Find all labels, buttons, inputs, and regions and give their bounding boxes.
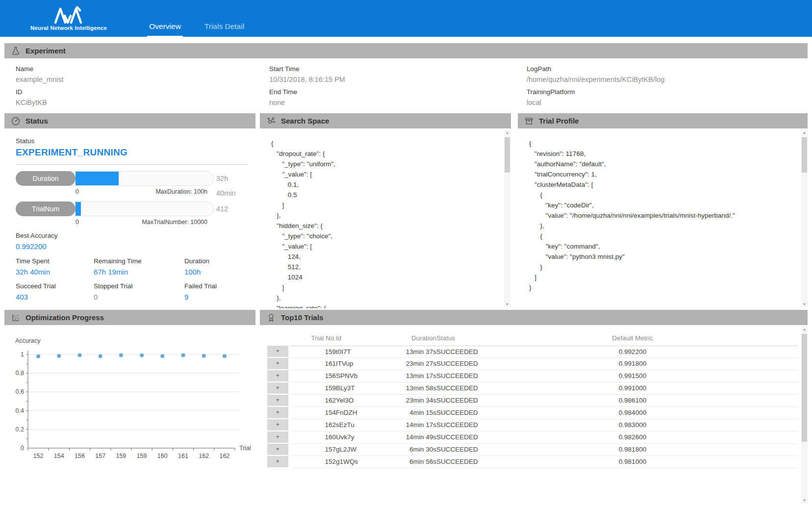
row-filler (731, 346, 798, 357)
trial-profile-scrollbar[interactable]: ▲ ▼ (801, 129, 808, 307)
x-tick-label: 154 (54, 453, 64, 459)
expand-row-button[interactable]: + (267, 370, 289, 382)
tab-trials-detail[interactable]: Trials Detail (203, 22, 246, 37)
field-label: End Time (269, 88, 527, 96)
scroll-up-arrow[interactable]: ▲ (801, 129, 808, 136)
cell-status: SUCCEEDED (436, 357, 534, 370)
scatter-point[interactable] (223, 354, 227, 358)
table-row: +154FnDZH4min 15sSUCCEEDED0.984000 (267, 406, 798, 419)
section-title: Status (25, 117, 48, 125)
accuracy-scatter-chart: 00.20.40.60.8115215415615715915916016116… (4, 335, 255, 482)
scroll-down-arrow[interactable]: ▼ (801, 497, 808, 504)
scroll-thumb[interactable] (802, 334, 807, 442)
field-value: 10/31/2018, 8:16:15 PM (269, 76, 527, 83)
experiment-status-value: EXPERIMENT_RUNNING (16, 147, 248, 158)
progress-value: 32h 40min (216, 171, 248, 201)
scatter-point[interactable] (99, 354, 102, 358)
status-stat: Time Spent32h 40min (16, 257, 94, 276)
cell-duration: 13min 17s (392, 370, 436, 382)
table-row: +161ITVup23min 27sSUCCEEDED0.991800 (267, 357, 798, 370)
section-title: Trial Profile (539, 117, 579, 125)
field-value: example_mnist (16, 76, 269, 83)
expand-row-button[interactable]: + (267, 419, 289, 431)
scatter-point[interactable] (140, 354, 144, 357)
status-section-header: Status (4, 113, 255, 128)
expand-row-button[interactable]: + (267, 357, 289, 370)
expand-row-button[interactable]: + (267, 406, 289, 419)
cell-status: SUCCEEDED (436, 455, 534, 468)
section-title: Search Space (281, 117, 329, 125)
scatter-point[interactable] (78, 354, 82, 357)
top10-scrollbar[interactable]: ▲ ▼ (801, 326, 808, 504)
cell-default-metric: 0.982600 (534, 431, 731, 443)
expand-row-button[interactable]: + (267, 382, 289, 394)
experiment-section: Experiment Nameexample_mnistIDKCiBytKBSt… (4, 43, 808, 113)
cell-default-metric: 0.986100 (534, 394, 731, 406)
cell-trial-id: SPNVb (336, 370, 392, 382)
cell-default-metric: 0.991000 (534, 382, 731, 394)
search-space-scrollbar[interactable]: ▲ ▼ (504, 129, 510, 307)
cell-trial-id: Uvk7y (336, 431, 392, 443)
progress-sub-row: 0MaxDuration: 100h (76, 188, 207, 195)
scatter-point[interactable] (181, 354, 185, 357)
expand-row-button[interactable]: + (267, 431, 289, 443)
scatter-point[interactable] (202, 354, 206, 358)
progress-fill (76, 172, 119, 185)
cell-default-metric: 0.983000 (534, 419, 731, 431)
progress-value: 412 (216, 202, 248, 216)
cell-status: SUCCEEDED (436, 370, 534, 382)
cell-default-metric: 0.991500 (534, 370, 731, 382)
expand-row-button[interactable]: + (267, 455, 289, 468)
column-id: Id (336, 331, 392, 346)
progress-sub-row: 0MaxTrialNumber: 10000 (76, 219, 207, 226)
scroll-thumb[interactable] (802, 137, 807, 173)
x-tick-label: 152 (33, 453, 44, 459)
expand-row-button[interactable]: + (267, 443, 289, 455)
trial-profile-body: { "revision": 11768, "authorName": "defa… (518, 128, 808, 308)
x-tick-label: 160 (157, 453, 168, 459)
cell-trial-id: sEzTu (336, 419, 392, 431)
scatter-point[interactable] (36, 354, 40, 358)
flask-icon (11, 46, 21, 56)
optimization-chart-body: 00.20.40.60.8115215415615715915916016116… (4, 325, 255, 505)
scatter-point[interactable] (160, 354, 164, 358)
table-row: +159t0I7T13min 37sSUCCEEDED0.992200 (267, 346, 798, 357)
x-tick-label: 157 (95, 453, 105, 459)
stat-label: Failed Trial (184, 282, 248, 290)
section-title: Experiment (25, 47, 66, 55)
cell-status: SUCCEEDED (436, 443, 534, 455)
status-body: Status EXPERIMENT_RUNNING Duration32h 40… (4, 128, 255, 308)
experiment-section-header: Experiment (4, 43, 808, 58)
status-label: Status (16, 137, 248, 145)
status-stat: Succeed Trial403 (16, 282, 94, 301)
cell-trial-id: t0I7T (336, 346, 392, 357)
cell-trial-id: g1WQs (336, 455, 392, 468)
status-panel: Status Status EXPERIMENT_RUNNING Duratio… (4, 113, 255, 308)
row-filler (731, 419, 798, 431)
scatter-point[interactable] (119, 353, 123, 357)
expand-row-button[interactable]: + (267, 346, 289, 357)
scroll-up-arrow[interactable]: ▲ (504, 129, 510, 136)
nni-logo[interactable]: Neural Network Intelligence (30, 6, 107, 31)
top10-trials-panel: Top10 Trials Trial No. Id Duration Statu… (260, 310, 808, 505)
row-filler (731, 370, 798, 382)
cell-status: SUCCEEDED (436, 406, 534, 419)
stat-value: 67h 19min (94, 268, 184, 276)
optimization-section-header: Optimization Progress (4, 310, 255, 325)
archive-box-icon (524, 116, 534, 126)
cell-trial-id: gL2JW (336, 443, 392, 455)
scatter-point[interactable] (57, 354, 61, 358)
scroll-down-arrow[interactable]: ▼ (801, 301, 808, 307)
x-tick-label: 156 (75, 453, 85, 459)
top-navigation-bar: Neural Network Intelligence Overview Tri… (0, 0, 812, 37)
cell-trial-id: BLy3T (336, 382, 392, 394)
scroll-down-arrow[interactable]: ▼ (504, 301, 510, 307)
cell-trial-no: 162 (289, 419, 336, 431)
cell-default-metric: 0.991800 (534, 357, 731, 370)
scroll-up-arrow[interactable]: ▲ (801, 326, 808, 332)
scroll-thumb[interactable] (505, 137, 510, 173)
cell-duration: 14min 49s (392, 431, 436, 443)
expand-row-button[interactable]: + (267, 394, 289, 406)
cell-duration: 13min 37s (392, 346, 436, 357)
tab-overview[interactable]: Overview (147, 22, 183, 37)
